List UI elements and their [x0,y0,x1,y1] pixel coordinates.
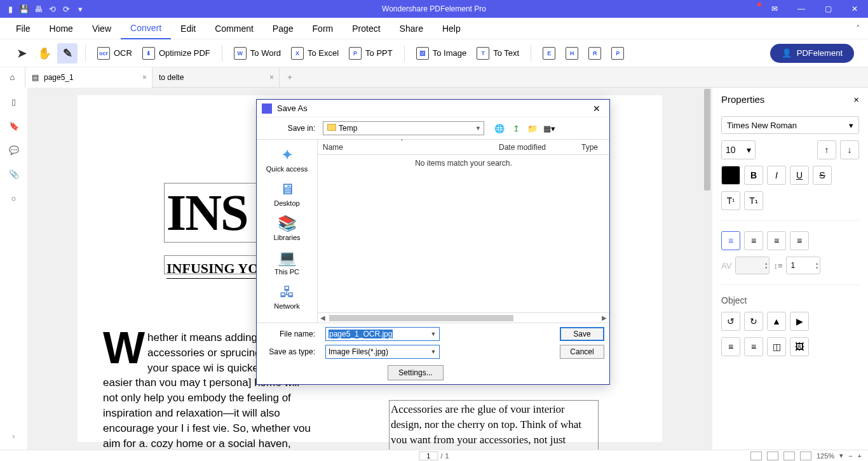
vertical-scrollbar[interactable] [703,88,712,450]
align-right-button[interactable]: ≡ [767,231,786,250]
align-left-button[interactable]: ≡ [721,231,740,250]
pdfelement-button[interactable]: 👤 PDFelement [770,44,854,63]
page-number-input[interactable] [419,451,438,460]
close-button[interactable]: ✕ [841,0,868,18]
view-mode-1[interactable] [750,451,762,460]
rotate-right-button[interactable]: ↻ [744,312,763,331]
column-name[interactable]: Name [318,143,499,152]
minimize-button[interactable]: — [788,0,815,18]
mail-icon[interactable]: ✉ [761,0,788,18]
align-tool-2[interactable]: ≡ [744,337,763,356]
column-type[interactable]: Type [581,143,609,152]
home-tab[interactable]: ⌂ [0,67,25,88]
flip-horizontal-button[interactable]: ▲ [767,312,786,331]
up-icon[interactable]: ↥ [510,122,522,135]
tab-page5-1[interactable]: ▤ page5_1 × [25,67,153,88]
crop-button[interactable]: ◫ [767,337,786,356]
font-size-select[interactable]: 10▾ [721,140,756,159]
menu-comment[interactable]: Comment [205,18,263,39]
place-desktop[interactable]: 🖥Desktop [257,178,317,210]
zoom-in-button[interactable]: + [858,452,862,460]
increase-size-button[interactable]: ↑ [817,140,836,159]
menu-share[interactable]: Share [390,18,433,39]
superscript-button[interactable]: T¹ [721,191,740,210]
view-mode-3[interactable] [783,451,795,460]
hand-tool[interactable]: ✋ [34,43,55,63]
new-folder-icon[interactable]: 📁 [526,122,539,135]
menu-page[interactable]: Page [263,18,303,39]
menu-protect[interactable]: Protect [342,18,390,39]
to-excel-button[interactable]: XTo Excel [287,43,342,63]
expand-rail-icon[interactable]: › [8,429,20,442]
dialog-titlebar[interactable]: Save As ✕ [257,100,609,117]
save-button[interactable]: Save [560,327,604,341]
font-family-select[interactable]: Times New Roman▾ [721,116,859,134]
strikethrough-button[interactable]: S [813,166,832,185]
menu-view[interactable]: View [83,18,121,39]
view-mode-4[interactable] [800,451,811,460]
place-this-pc[interactable]: 💻This PC [257,246,317,278]
flip-vertical-button[interactable]: ▶ [790,312,809,331]
subscript-button[interactable]: T₁ [744,191,763,210]
to-image-button[interactable]: 🖼To Image [412,43,470,63]
ocr-button[interactable]: ocrOCR [93,43,136,63]
dropdown-icon[interactable]: ▾ [75,4,85,14]
zoom-dropdown-icon[interactable]: ▾ [839,451,843,460]
redo-icon[interactable]: ⟳ [61,4,71,14]
filename-input[interactable]: page5_1_OCR.jpg ▼ [325,327,440,341]
image-button[interactable]: 🖼 [790,337,809,356]
rotate-left-button[interactable]: ↺ [721,312,740,331]
save-icon[interactable]: 💾 [19,4,29,14]
close-tab-icon[interactable]: × [142,73,147,82]
to-rtf-button[interactable]: R [585,43,605,63]
tab-to-delte[interactable]: to delte × [153,67,280,88]
dialog-close-button[interactable]: ✕ [589,104,604,114]
save-in-combo[interactable]: Temp ▼ [323,121,484,135]
place-libraries[interactable]: 📚Libraries [257,212,317,244]
attachments-icon[interactable]: 📎 [8,168,20,180]
menu-edit[interactable]: Edit [171,18,205,39]
column-date[interactable]: Date modified [499,143,581,152]
place-quick-access[interactable]: ✦Quick access [257,144,317,175]
place-network[interactable]: 🖧Network [257,281,317,312]
to-ppt-button[interactable]: PTo PPT [345,43,397,63]
file-list[interactable]: ˄ Name Date modified Type No items match… [318,140,609,323]
print-icon[interactable]: 🖶 [33,4,43,14]
zoom-out-button[interactable]: − [848,452,852,460]
optimize-pdf-button[interactable]: ⬇Optimize PDF [139,43,214,63]
close-panel-icon[interactable]: × [853,94,859,105]
select-tool[interactable]: ➤ [11,43,32,63]
underline-button[interactable]: U [790,166,809,185]
color-swatch[interactable] [721,166,740,185]
horizontal-scrollbar[interactable]: ◀▶ [318,312,609,323]
to-epub-button[interactable]: E [539,43,559,63]
view-menu-icon[interactable]: ▦▾ [543,122,555,135]
menu-help[interactable]: Help [433,18,470,39]
undo-icon[interactable]: ⟲ [47,4,57,14]
menu-home[interactable]: Home [40,18,83,39]
to-word-button[interactable]: WTo Word [230,43,285,63]
settings-button[interactable]: Settings... [388,365,444,380]
italic-button[interactable]: I [767,166,786,185]
view-mode-2[interactable] [767,451,778,460]
collapse-ribbon-icon[interactable]: ˄ [856,23,860,33]
align-center-button[interactable]: ≡ [744,231,763,250]
to-html-button[interactable]: H [562,43,582,63]
to-text-button[interactable]: TTo Text [473,43,523,63]
line-height-input[interactable]: 1▴▾ [786,257,820,274]
bold-button[interactable]: B [744,166,763,185]
back-icon[interactable]: 🌐 [493,122,506,135]
cancel-button[interactable]: Cancel [560,345,604,359]
char-spacing-input[interactable]: ▴▾ [735,257,770,274]
menu-form[interactable]: Form [303,18,343,39]
edit-tool[interactable]: ✎ [57,43,78,63]
close-tab-icon[interactable]: × [269,73,274,82]
decrease-size-button[interactable]: ↓ [840,140,859,159]
align-tool-1[interactable]: ≡ [721,337,740,356]
bookmarks-icon[interactable]: 🔖 [8,119,20,132]
menu-convert[interactable]: Convert [121,18,171,39]
comments-icon[interactable]: 💬 [8,144,20,156]
menu-file[interactable]: File [6,18,40,39]
to-pdfa-button[interactable]: P [607,43,628,63]
maximize-button[interactable]: ▢ [815,0,841,18]
